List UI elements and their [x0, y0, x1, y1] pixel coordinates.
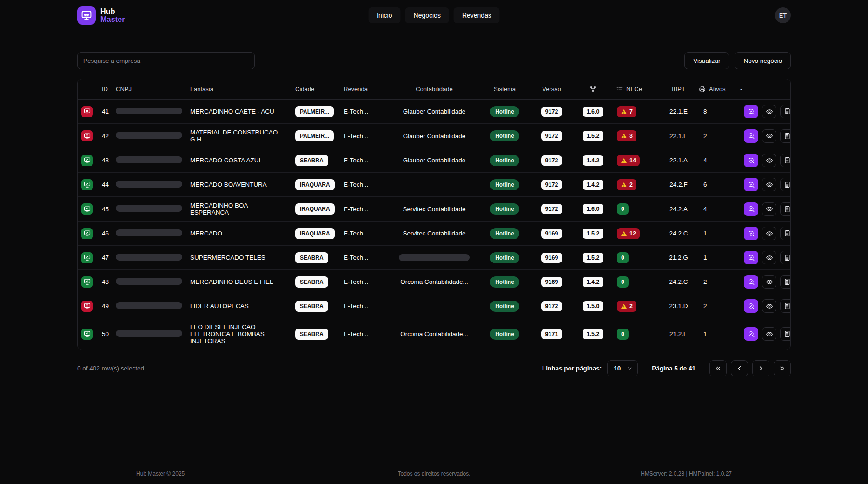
first-page-button[interactable]	[709, 360, 727, 376]
cell-contabilidade: Servitec Contabilidade	[389, 201, 480, 218]
cell-nfce: 7	[612, 101, 662, 122]
cell-cidade: SEABRA	[292, 271, 340, 293]
cnpj-redacted-bar	[116, 229, 182, 236]
version-badge: 9172	[541, 107, 563, 117]
inspect-button[interactable]	[744, 275, 758, 289]
table-row[interactable]: 41 MERCADINHO CAETE - ACU PALMEIR... E-T…	[78, 100, 790, 124]
table-row[interactable]: 47 SUPERMERCADO TELES SEABRA E-Tech... H…	[78, 246, 790, 270]
calculator-button[interactable]	[780, 275, 791, 289]
nav-item-revendas[interactable]: Revendas	[454, 7, 500, 23]
app-version-badge: 1.6.0	[583, 107, 604, 117]
app-version-badge: 1.4.2	[583, 277, 604, 287]
calculator-button[interactable]	[780, 129, 791, 143]
nav-item-negocios[interactable]: Negócios	[405, 7, 449, 23]
view-button[interactable]	[762, 202, 776, 216]
inspect-button[interactable]	[744, 202, 758, 216]
calculator-button[interactable]	[780, 327, 791, 341]
table-row[interactable]: 42 MATERIAL DE CONSTRUCAO G.H PALMEIR...…	[78, 124, 790, 148]
top-bar: Hub Master Início Negócios Revendas ET	[77, 0, 791, 27]
cell-fantasia: MERCADINHO CAETE - ACU	[186, 103, 292, 120]
next-page-button[interactable]	[752, 360, 769, 376]
city-badge: PALMEIR...	[295, 106, 334, 117]
prev-page-button[interactable]	[731, 360, 748, 376]
cell-revenda: E-Tech...	[340, 297, 389, 315]
inspect-button[interactable]	[744, 251, 758, 264]
col-app-versao	[574, 86, 612, 93]
monitor-check-icon	[84, 181, 91, 188]
view-button[interactable]	[762, 129, 776, 143]
inspect-button[interactable]	[744, 327, 758, 341]
cell-nfce: 0	[612, 198, 662, 220]
view-button[interactable]	[762, 251, 776, 264]
cell-app-versao: 1.6.0	[574, 101, 612, 122]
status-icon	[81, 276, 93, 288]
cell-fantasia: LEO DIESEL INJECAO ELETRONICA E BOMBAS I…	[186, 318, 292, 350]
cell-id: 42	[98, 128, 112, 145]
cell-contabilidade: Glauber Contabilidade	[389, 128, 480, 145]
view-button[interactable]	[762, 227, 776, 240]
view-button[interactable]	[762, 154, 776, 167]
cell-cnpj	[112, 151, 186, 170]
version-badge: 9169	[541, 229, 563, 239]
calculator-icon	[784, 254, 791, 261]
table-row[interactable]: 45 MERCADINHO BOA ESPERANCA IRAQUARA E-T…	[78, 197, 790, 222]
cell-app-versao: 1.4.2	[574, 272, 612, 292]
selection-count: 0 of 402 row(s) selected.	[77, 365, 146, 372]
cell-app-versao: 1.5.0	[574, 296, 612, 316]
view-button[interactable]	[762, 105, 776, 118]
warning-triangle-icon	[621, 108, 627, 115]
chevrons-left-icon	[715, 365, 722, 372]
table-row[interactable]: 49 LIDER AUTOPECAS SEABRA E-Tech... Hotl…	[78, 294, 790, 318]
search-check-icon	[748, 330, 755, 338]
table-row[interactable]: 50 LEO DIESEL INJECAO ELETRONICA E BOMBA…	[78, 318, 790, 350]
main-content: Visualizar Novo negócio ID CNPJ Fantasia…	[77, 27, 791, 376]
inspect-button[interactable]	[744, 299, 758, 313]
calculator-button[interactable]	[780, 178, 791, 191]
inspect-button[interactable]	[744, 227, 758, 240]
app-version-badge: 1.5.2	[583, 253, 604, 263]
user-avatar[interactable]: ET	[775, 7, 791, 23]
view-button[interactable]	[762, 299, 776, 313]
cell-sistema: Hotline	[480, 125, 530, 147]
calculator-button[interactable]	[780, 202, 791, 216]
calculator-button[interactable]	[780, 227, 791, 240]
inspect-button[interactable]	[744, 154, 758, 167]
nfce-badge: 2	[617, 179, 636, 190]
cell-revenda: E-Tech...	[340, 325, 389, 343]
inspect-button[interactable]	[744, 129, 758, 143]
cell-ativos: 1	[695, 249, 736, 266]
table-body: 41 MERCADINHO CAETE - ACU PALMEIR... E-T…	[78, 100, 790, 350]
view-button[interactable]	[762, 275, 776, 289]
city-badge: PALMEIR...	[295, 130, 334, 141]
new-deal-button[interactable]: Novo negócio	[735, 52, 791, 69]
inspect-button[interactable]	[744, 105, 758, 118]
inspect-button[interactable]	[744, 178, 758, 191]
calculator-icon	[784, 133, 791, 140]
city-badge: IRAQUARA	[295, 203, 335, 215]
cell-cnpj	[112, 224, 186, 243]
version-badge: 9172	[541, 204, 563, 214]
table-row[interactable]: 43 MERCADO COSTA AZUL SEABRA E-Tech... G…	[78, 148, 790, 173]
cnpj-redacted-bar	[116, 302, 182, 309]
view-button[interactable]	[762, 178, 776, 191]
calculator-button[interactable]	[780, 154, 791, 167]
search-input[interactable]	[77, 52, 255, 69]
table-row[interactable]: 48 MERCADINHO DEUS E FIEL SEABRA E-Tech.…	[78, 270, 790, 294]
table-row[interactable]: 44 MERCADO BOAVENTURA IRAQUARA E-Tech...…	[78, 173, 790, 197]
view-button[interactable]	[762, 327, 776, 341]
cell-cnpj	[112, 273, 186, 291]
calculator-button[interactable]	[780, 299, 791, 313]
brand-logo[interactable]: Hub Master	[77, 6, 125, 25]
calculator-button[interactable]	[780, 251, 791, 264]
footer-versions: HMServer: 2.0.28 | HMPainel: 1.0.27	[641, 471, 732, 477]
nav-item-inicio[interactable]: Início	[368, 7, 400, 23]
calculator-button[interactable]	[780, 105, 791, 118]
cell-fantasia: LIDER AUTOPECAS	[186, 297, 292, 315]
table-row[interactable]: 46 MERCADO IRAQUARA E-Tech... Servitec C…	[78, 222, 790, 246]
rows-per-page-select[interactable]: 10	[607, 360, 638, 376]
eye-icon	[766, 157, 773, 164]
last-page-button[interactable]	[774, 360, 791, 376]
cell-ibpt: 21.2.E	[662, 325, 695, 343]
visualize-button[interactable]: Visualizar	[684, 52, 729, 69]
cell-nfce: 0	[612, 271, 662, 293]
